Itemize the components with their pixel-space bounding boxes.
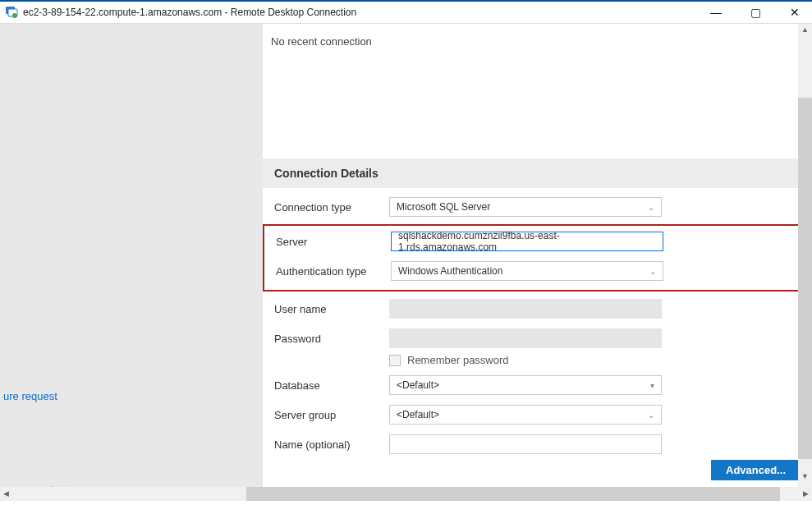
- remember-password-label: Remember password: [407, 354, 509, 366]
- name-optional-input[interactable]: [389, 434, 662, 454]
- auth-type-select[interactable]: Windows Authentication ⌄: [391, 261, 663, 281]
- button-row: Advanced...: [263, 455, 812, 487]
- connection-details-header: Connection Details: [263, 158, 805, 188]
- h-scroll-thumb[interactable]: [246, 487, 780, 501]
- database-label: Database: [274, 379, 389, 392]
- password-label: Password: [274, 333, 389, 345]
- window-controls: — ▢ ✕: [704, 2, 807, 23]
- server-value: sqlshackdemo.cumznzii9fba.us-east-1.rds.…: [398, 230, 656, 253]
- v-scroll-thumb[interactable]: [798, 98, 812, 459]
- username-label: User name: [274, 303, 389, 315]
- no-recent-text: No recent connection: [263, 35, 812, 158]
- server-row: Server sqlshackdemo.cumznzii9fba.us-east…: [276, 231, 786, 252]
- auth-type-label: Authentication type: [276, 265, 391, 278]
- auth-type-row: Authentication type Windows Authenticati…: [276, 260, 786, 282]
- server-label: Server: [276, 236, 391, 248]
- feature-request-link[interactable]: ure request: [3, 390, 57, 402]
- database-form: Database <Default> ▾ Server group <Defau…: [263, 366, 805, 455]
- connection-form: Connection type Microsoft SQL Server ⌄: [263, 188, 805, 218]
- main-panel: No recent connection Connection Details …: [263, 24, 812, 501]
- rdp-icon: [5, 6, 18, 19]
- advanced-button[interactable]: Advanced...: [711, 460, 801, 480]
- chevron-down-icon: ⌄: [649, 267, 656, 276]
- vertical-scrollbar[interactable]: ▲ ▼: [798, 24, 812, 492]
- highlighted-credentials: Server sqlshackdemo.cumznzii9fba.us-east…: [263, 224, 805, 292]
- username-input: [389, 299, 662, 319]
- scroll-left-icon[interactable]: ◀: [3, 489, 9, 498]
- client-area: ure request page on startup No recent co…: [0, 23, 812, 501]
- maximize-button[interactable]: ▢: [743, 2, 768, 23]
- connection-type-value: Microsoft SQL Server: [397, 201, 490, 213]
- svg-point-2: [12, 13, 17, 18]
- name-optional-row: Name (optional): [274, 434, 794, 455]
- credentials-form: User name Password: [263, 298, 805, 349]
- database-value: <Default>: [397, 379, 439, 391]
- scroll-right-icon[interactable]: ▶: [803, 489, 809, 498]
- titlebar: ec2-3-89-154-22.compute-1.amazonaws.com …: [0, 0, 812, 23]
- server-group-value: <Default>: [397, 409, 439, 420]
- remember-password-checkbox[interactable]: [389, 355, 401, 366]
- password-input: [389, 328, 662, 348]
- server-input[interactable]: sqlshackdemo.cumznzii9fba.us-east-1.rds.…: [391, 232, 663, 251]
- close-button[interactable]: ✕: [782, 2, 807, 23]
- caret-down-icon: ▾: [650, 381, 654, 390]
- chevron-down-icon: ⌄: [648, 203, 654, 212]
- horizontal-scrollbar[interactable]: ◀ ▶: [0, 487, 812, 501]
- minimize-button[interactable]: —: [704, 2, 728, 23]
- connection-type-select[interactable]: Microsoft SQL Server ⌄: [389, 197, 662, 217]
- scroll-up-icon[interactable]: ▲: [798, 25, 812, 34]
- password-row: Password: [274, 328, 794, 349]
- chevron-down-icon: ⌄: [648, 411, 654, 420]
- server-group-label: Server group: [274, 409, 389, 421]
- scroll-down-icon[interactable]: ▼: [798, 472, 812, 480]
- window-title: ec2-3-89-154-22.compute-1.amazonaws.com …: [23, 7, 704, 18]
- left-panel: ure request page on startup: [0, 24, 263, 501]
- database-select[interactable]: <Default> ▾: [389, 375, 662, 395]
- remember-password-row: Remember password: [378, 349, 812, 366]
- username-row: User name: [274, 298, 794, 319]
- connection-type-row: Connection type Microsoft SQL Server ⌄: [274, 196, 794, 218]
- auth-type-value: Windows Authentication: [398, 265, 502, 277]
- name-optional-label: Name (optional): [274, 438, 389, 451]
- server-group-select[interactable]: <Default> ⌄: [389, 405, 662, 425]
- connection-type-label: Connection type: [274, 201, 389, 213]
- server-group-row: Server group <Default> ⌄: [274, 404, 794, 425]
- database-row: Database <Default> ▾: [274, 374, 794, 396]
